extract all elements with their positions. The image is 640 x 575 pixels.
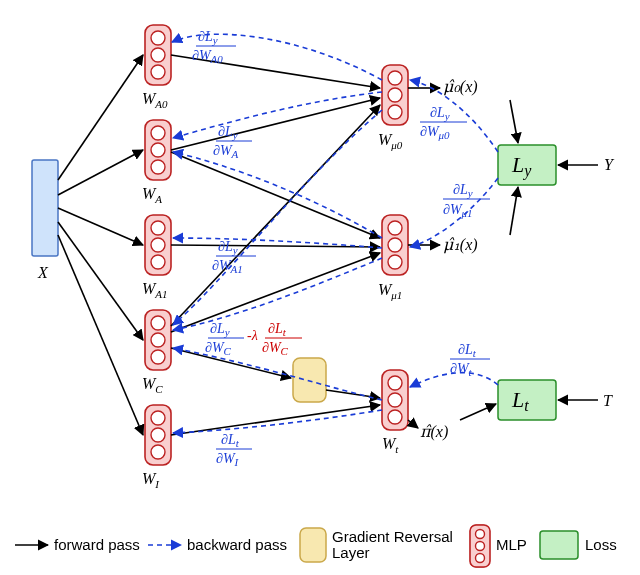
bwd-Wmu0-WA [173,92,382,138]
svg-text:∂WA1: ∂WA1 [212,258,243,275]
svg-text:∂Ly: ∂Ly [218,124,238,141]
legend-backward: backward pass [187,536,287,553]
mlp-WA [145,120,171,180]
output-mu1: μ̂₁(x) [443,236,478,254]
fwd-WA1-Wmu1 [171,245,380,247]
svg-text:∂Ly: ∂Ly [218,239,238,256]
svg-text:∂Lt: ∂Lt [268,321,287,338]
svg-text:∂Wt: ∂Wt [450,361,473,378]
fwd-mu0-Ly [510,100,518,143]
svg-text:WC: WC [142,375,163,395]
svg-text:∂Ly: ∂Ly [210,321,230,338]
grad-dLy-Wmu1: ∂Ly∂Wμ1 [443,182,490,219]
grad-dLt-WI: ∂Lt∂WI [216,432,252,468]
grad-dLy-WA0: ∂Ly∂WA0 [192,29,236,65]
svg-text:∂Ly: ∂Ly [198,29,218,46]
legend-mlp: MLP [496,536,527,553]
svg-text:WA0: WA0 [142,90,168,110]
fwd-WA-Wmu0 [171,98,380,150]
fwd-X-WA0 [58,55,143,180]
svg-point-48 [476,554,485,563]
svg-point-47 [476,542,485,551]
svg-text:∂Ly: ∂Ly [453,182,473,199]
label-Ly: L [511,152,524,177]
fwd-Wt-out [408,420,418,428]
diagram-svg: X WA0 WA WA1 WC WI Wμ0 Wμ1 Wt Ly Lt μ̂₀(… [0,0,640,575]
mlp-WI [145,405,171,465]
svg-text:Wμ1: Wμ1 [378,281,402,301]
svg-text:∂WC: ∂WC [205,340,232,357]
output-pi: π̂(x) [420,423,448,441]
fwd-pi-Lt [460,404,496,420]
svg-text:∂Lt: ∂Lt [458,342,477,359]
svg-text:Wμ0: Wμ0 [378,131,403,151]
svg-rect-49 [540,531,578,559]
mlp-Wt [382,370,408,430]
svg-text:∂WA0: ∂WA0 [192,48,223,65]
fwd-WI-Wt [171,405,380,435]
fwd-X-WA [58,150,143,195]
legend-grl-2: Layer [332,544,370,561]
legend-forward: forward pass [54,536,140,553]
output-mu0: μ̂₀(x) [443,78,478,96]
svg-text:∂WC: ∂WC [262,340,289,357]
svg-text:-λ: -λ [247,328,258,343]
fwd-mu1-Ly [510,187,518,235]
svg-text:WA: WA [142,185,162,205]
gradient-reversal-block [293,358,326,402]
grad-dLy-WA1: ∂Ly∂WA1 [212,239,256,275]
grad-dLy-WA: ∂Ly∂WA [213,124,252,160]
svg-point-46 [476,530,485,539]
grad-dLt-Wt: ∂Lt∂Wt [450,342,490,378]
svg-text:∂WA: ∂WA [213,143,239,160]
legend-grl-1: Gradient Reversal [332,528,453,545]
ext-T: T [603,392,613,409]
svg-text:∂WI: ∂WI [216,451,240,468]
svg-text:WA1: WA1 [142,280,168,300]
svg-text:∂Lt: ∂Lt [221,432,240,449]
mlp-WA0 [145,25,171,85]
input-label: X [37,264,49,281]
fwd-X-WI [58,235,143,435]
svg-rect-44 [300,528,326,562]
mlp-WA1 [145,215,171,275]
input-block [32,160,58,256]
grad-neg-lambda-dLt-WC: -λ∂Lt∂WC [247,321,302,357]
legend-loss: Loss [585,536,617,553]
svg-text:∂Wμ1: ∂Wμ1 [443,202,473,219]
mlp-Wmu0 [382,65,408,125]
svg-text:∂Wμ0: ∂Wμ0 [420,124,450,141]
mlp-Wmu1 [382,215,408,275]
svg-text:Wt: Wt [382,435,399,455]
ext-Y: Y [604,156,615,173]
grad-dLy-WC: ∂Ly∂WC [205,321,244,357]
mlp-WC [145,310,171,370]
legend: forward pass backward pass Gradient Reve… [15,525,617,567]
label-Lt: L [511,387,524,412]
fwd-WA-Wmu1 [171,152,380,238]
svg-text:WI: WI [142,470,160,490]
grad-dLy-Wmu0: ∂Ly∂Wμ0 [420,105,467,141]
svg-text:∂Ly: ∂Ly [430,105,450,122]
